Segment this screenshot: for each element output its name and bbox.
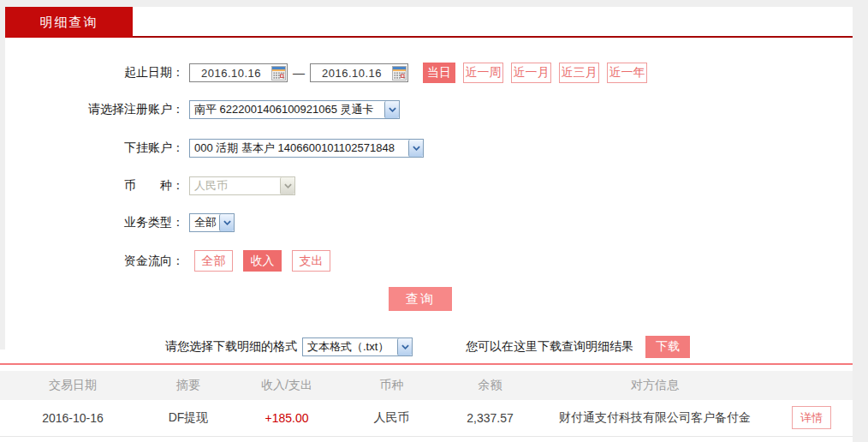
start-date-input[interactable]: 2016.10.16 [189, 63, 288, 82]
register-account-label: 请选择注册账户： [5, 102, 184, 117]
cell-trade-date: 2016-10-16 [0, 400, 146, 436]
business-type-row: 业务类型： 全部 [5, 213, 853, 232]
calendar-icon[interactable] [271, 66, 286, 81]
cell-amount: +185.00 [231, 400, 342, 436]
cell-currency: 人民币 [342, 400, 441, 436]
chevron-down-icon [384, 101, 399, 118]
quick-range-year-button[interactable]: 近一年 [607, 63, 647, 83]
chevron-down-icon [408, 140, 423, 157]
calendar-icon[interactable] [392, 66, 407, 81]
currency-select: 人民币 [189, 176, 295, 195]
results-table: 交易日期 摘要 收入/支出 币种 余额 对方信息 2016-10-16 DF提现… [0, 371, 853, 437]
currency-row: 币 种： 人民币 [5, 176, 853, 195]
currency-value: 人民币 [190, 178, 228, 194]
sub-account-value: 000 活期 基本户 1406600101102571848 [190, 140, 395, 156]
detail-button[interactable]: 详情 [792, 406, 831, 429]
table-top-divider [0, 363, 853, 365]
results-table-section: 交易日期 摘要 收入/支出 币种 余额 对方信息 2016-10-16 DF提现… [0, 371, 853, 437]
register-account-row: 请选择注册账户： 南平 6222001406100921065 灵通卡 [5, 100, 853, 119]
header-income-expense: 收入/支出 [231, 371, 342, 400]
end-date-value: 2016.10.16 [311, 67, 382, 80]
query-button[interactable]: 查询 [389, 287, 452, 311]
chevron-down-icon [219, 214, 234, 231]
download-format-label: 请您选择下载明细的格式 [165, 339, 297, 355]
register-account-value: 南平 6222001406100921065 灵通卡 [190, 102, 374, 117]
business-type-label: 业务类型： [5, 215, 184, 230]
header-balance: 余额 [441, 371, 539, 400]
header-summary: 摘要 [146, 371, 231, 400]
date-range-separator: — [293, 66, 305, 80]
header-action [770, 371, 853, 400]
sub-account-label: 下挂账户： [5, 140, 184, 156]
business-type-select[interactable]: 全部 [189, 213, 235, 232]
fund-direction-expense-button[interactable]: 支出 [292, 250, 330, 272]
cell-balance: 2,337.57 [441, 400, 539, 436]
quick-range-month-button[interactable]: 近一月 [511, 63, 551, 83]
cell-action: 详情 [770, 400, 853, 436]
date-range-label: 起止日期： [5, 65, 184, 81]
fund-direction-row: 资金流向： 全部 收入 支出 [5, 250, 853, 272]
download-format-value: 文本格式（.txt） [303, 339, 389, 355]
date-range-row: 起止日期： 2016.10.16 — 2016.10.16 [5, 62, 853, 84]
currency-label: 币 种： [5, 178, 184, 194]
business-type-value: 全部 [190, 215, 217, 230]
cell-summary: DF提现 [146, 400, 231, 436]
table-header-row: 交易日期 摘要 收入/支出 币种 余额 对方信息 [0, 371, 853, 400]
register-account-select[interactable]: 南平 6222001406100921065 灵通卡 [189, 100, 400, 119]
sub-account-row: 下挂账户： 000 活期 基本户 1406600101102571848 [5, 139, 853, 158]
header-counterparty: 对方信息 [539, 371, 770, 400]
start-date-value: 2016.10.16 [190, 67, 261, 80]
fund-direction-all-button[interactable]: 全部 [194, 250, 233, 272]
quick-range-today-button[interactable]: 当日 [423, 63, 455, 83]
download-button[interactable]: 下载 [645, 336, 690, 358]
download-hint-text: 您可以在这里下载查询明细结果 [466, 339, 633, 355]
end-date-input[interactable]: 2016.10.16 [310, 63, 408, 82]
tab-detail-query[interactable]: 明细查询 [5, 7, 133, 38]
header-trade-date: 交易日期 [0, 371, 146, 400]
quick-range-week-button[interactable]: 近一周 [463, 63, 503, 83]
chevron-down-icon [397, 338, 412, 355]
fund-direction-income-button[interactable]: 收入 [243, 250, 282, 272]
cell-counterparty: 财付通支付科技有限公司客户备付金 [539, 400, 770, 436]
chevron-down-icon [280, 177, 294, 194]
table-row: 2016-10-16 DF提现 +185.00 人民币 2,337.57 财付通… [0, 400, 853, 436]
quick-range-quarter-button[interactable]: 近三月 [559, 63, 599, 83]
sub-account-select[interactable]: 000 活期 基本户 1406600101102571848 [189, 139, 424, 158]
header-currency: 币种 [342, 371, 441, 400]
fund-direction-label: 资金流向： [5, 254, 184, 269]
download-row: 请您选择下载明细的格式 文本格式（.txt） 您可以在这里下载查询明细结果 下载 [5, 336, 853, 358]
download-format-select[interactable]: 文本格式（.txt） [302, 337, 413, 356]
